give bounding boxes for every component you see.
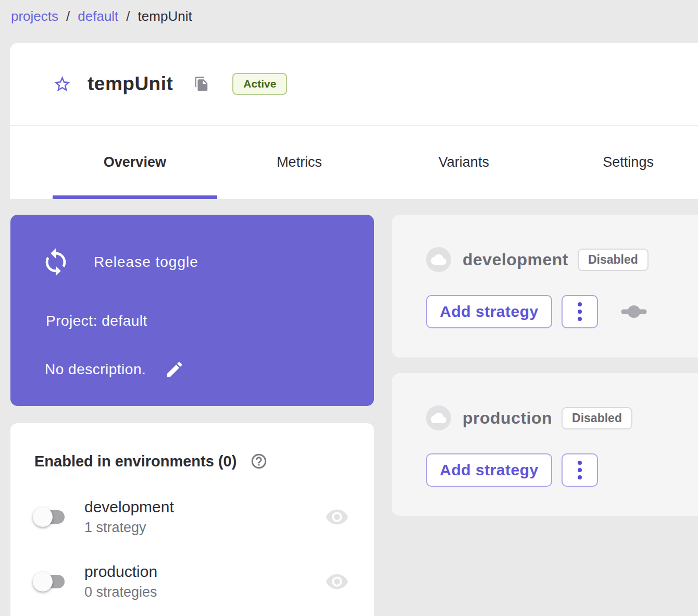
feature-title-row: tempUnit Active bbox=[10, 43, 698, 125]
kebab-dot bbox=[578, 302, 582, 306]
enabled-environments-header: Enabled in environments (0) bbox=[34, 452, 349, 470]
cloud-icon bbox=[431, 410, 446, 426]
breadcrumb: projects / default / tempUnit bbox=[0, 0, 698, 43]
tabs: Overview Metrics Variants Settings bbox=[10, 126, 698, 199]
breadcrumb-projects-link[interactable]: projects bbox=[11, 8, 58, 24]
environment-row-production: production 0 strategies bbox=[34, 563, 349, 600]
environment-row-labels: production 0 strategies bbox=[84, 563, 157, 600]
tab-settings[interactable]: Settings bbox=[546, 126, 698, 199]
kebab-menu-button[interactable] bbox=[562, 453, 598, 487]
environment-card-name: development bbox=[463, 250, 568, 269]
description-row: No description. bbox=[45, 360, 374, 379]
development-toggle-switch[interactable] bbox=[34, 507, 65, 527]
production-card-actions: Add strategy bbox=[426, 453, 698, 487]
project-label: Project: default bbox=[46, 313, 374, 329]
breadcrumb-default-link[interactable]: default bbox=[78, 8, 118, 24]
tab-variants[interactable]: Variants bbox=[382, 126, 546, 199]
add-strategy-button[interactable]: Add strategy bbox=[426, 453, 552, 487]
favorite-star-icon[interactable] bbox=[53, 75, 72, 94]
production-toggle-switch[interactable] bbox=[34, 571, 65, 592]
kebab-dot bbox=[578, 317, 582, 321]
visibility-eye-icon[interactable] bbox=[325, 570, 349, 594]
feature-header-card: tempUnit Active Overview Metrics Variant… bbox=[10, 43, 698, 199]
kebab-menu-button[interactable] bbox=[562, 295, 598, 328]
description-text: No description. bbox=[45, 361, 146, 378]
breadcrumb-separator: / bbox=[126, 8, 130, 24]
cloud-icon bbox=[431, 252, 446, 267]
visibility-eye-icon[interactable] bbox=[325, 505, 349, 529]
environment-avatar bbox=[426, 247, 451, 272]
development-strategies-card: development Disabled Add strategy bbox=[392, 215, 698, 358]
right-column: development Disabled Add strategy bbox=[392, 215, 698, 616]
tab-overview[interactable]: Overview bbox=[53, 126, 217, 199]
content-area: Release toggle Project: default No descr… bbox=[0, 199, 698, 616]
strategy-count: 0 strategies bbox=[84, 584, 157, 600]
environment-name: development bbox=[84, 498, 174, 516]
environment-row-labels: development 1 strategy bbox=[84, 498, 174, 536]
page-title: tempUnit bbox=[88, 73, 173, 95]
environment-name: production bbox=[84, 563, 157, 581]
toggle-thumb bbox=[33, 572, 53, 592]
slider-icon bbox=[620, 304, 648, 319]
help-circle-icon[interactable] bbox=[250, 452, 268, 470]
breadcrumb-current: tempUnit bbox=[138, 8, 192, 24]
environment-row-development: development 1 strategy bbox=[34, 498, 349, 536]
kebab-dot bbox=[578, 461, 582, 465]
loop-refresh-icon bbox=[41, 247, 71, 277]
production-card-header: production Disabled bbox=[426, 405, 698, 430]
left-column: Release toggle Project: default No descr… bbox=[10, 215, 374, 616]
feature-type-label: Release toggle bbox=[94, 254, 198, 270]
tab-metrics[interactable]: Metrics bbox=[217, 126, 382, 199]
copy-icon[interactable] bbox=[194, 76, 209, 92]
feature-type-row: Release toggle bbox=[10, 215, 374, 277]
environment-status-badge: Disabled bbox=[578, 249, 649, 271]
edit-pencil-icon[interactable] bbox=[165, 360, 184, 379]
development-card-actions: Add strategy bbox=[426, 295, 698, 328]
enabled-environments-title: Enabled in environments (0) bbox=[34, 453, 236, 470]
add-strategy-button[interactable]: Add strategy bbox=[426, 295, 552, 328]
kebab-dot bbox=[578, 310, 582, 314]
feature-type-card: Release toggle Project: default No descr… bbox=[10, 215, 374, 406]
environment-avatar bbox=[426, 405, 451, 430]
toggle-thumb bbox=[33, 507, 53, 527]
breadcrumb-separator: / bbox=[66, 8, 70, 24]
strategy-count: 1 strategy bbox=[84, 520, 174, 536]
environment-status-badge: Disabled bbox=[562, 407, 632, 429]
kebab-dot bbox=[578, 475, 582, 479]
status-badge: Active bbox=[232, 73, 287, 95]
enabled-environments-card: Enabled in environments (0) development … bbox=[10, 423, 374, 616]
environment-card-name: production bbox=[463, 409, 552, 428]
production-strategies-card: production Disabled Add strategy bbox=[392, 373, 698, 516]
kebab-dot bbox=[578, 468, 582, 472]
development-card-header: development Disabled bbox=[426, 247, 698, 272]
